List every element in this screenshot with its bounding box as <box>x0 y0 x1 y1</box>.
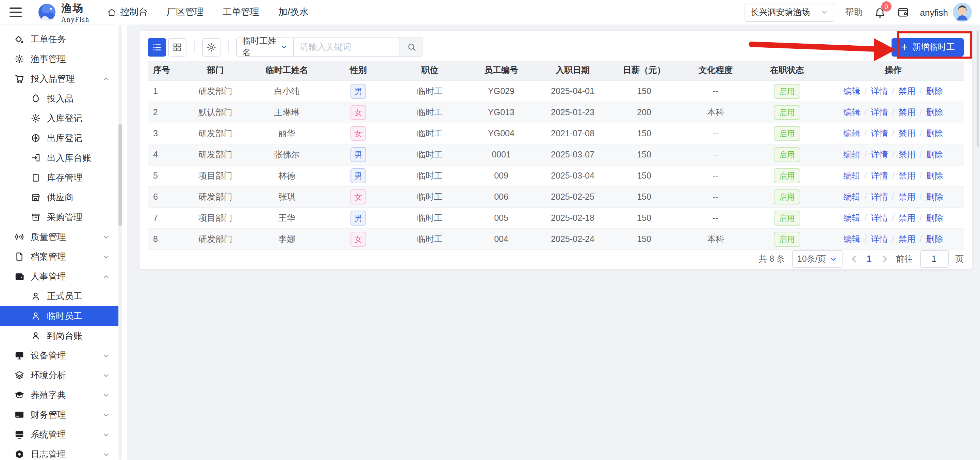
add-temp-worker-button[interactable]: 新增临时工 <box>891 38 964 56</box>
search-button[interactable] <box>400 37 423 57</box>
sidebar-item-input-goods[interactable]: 投入品 <box>0 89 118 109</box>
nav-item-workorder-mgmt[interactable]: 工单管理 <box>223 6 259 18</box>
user-menu[interactable]: anyfish <box>920 3 972 22</box>
hamburger-menu-icon[interactable] <box>10 8 22 17</box>
page-scrollbar[interactable] <box>977 31 979 147</box>
action-disable-link[interactable]: 禁用 <box>898 213 915 222</box>
cell-actions: 编辑/详情/禁用/删除 <box>823 228 964 250</box>
action-edit-link[interactable]: 编辑 <box>843 171 861 180</box>
sidebar-item-outbound-register[interactable]: 出库登记 <box>0 128 118 148</box>
action-edit-link[interactable]: 编辑 <box>843 192 861 201</box>
sidebar-item-finance-mgmt[interactable]: 财务管理 <box>0 405 118 425</box>
nav-item-water-change[interactable]: 加/换水 <box>278 6 309 18</box>
action-delete-link[interactable]: 删除 <box>926 107 943 117</box>
action-delete-link[interactable]: 删除 <box>926 213 943 222</box>
sidebar-item-breeding-dict[interactable]: 养殖字典 <box>0 385 118 405</box>
action-edit-link[interactable]: 编辑 <box>843 128 861 138</box>
sidebar-item-work-order-task[interactable]: 工单任务 <box>0 29 118 49</box>
action-disable-link[interactable]: 禁用 <box>898 234 915 244</box>
sidebar-item-inventory-mgmt[interactable]: 库存管理 <box>0 168 118 187</box>
column-settings-button[interactable] <box>202 38 221 56</box>
cell-position: 临时工 <box>394 208 466 228</box>
nav-item-factory-mgmt[interactable]: 厂区管理 <box>167 6 204 18</box>
next-page-button[interactable] <box>880 254 889 264</box>
action-edit-link[interactable]: 编辑 <box>843 234 861 244</box>
grid-view-button[interactable] <box>168 38 186 56</box>
cell-gender: 女 <box>323 228 394 250</box>
action-delete-link[interactable]: 删除 <box>926 192 943 201</box>
action-detail-link[interactable]: 详情 <box>871 192 888 201</box>
sidebar-item-log-mgmt[interactable]: 日志管理 <box>0 444 118 460</box>
list-view-button[interactable] <box>148 38 166 56</box>
action-delete-link[interactable]: 删除 <box>926 234 943 244</box>
action-disable-link[interactable]: 禁用 <box>898 107 915 117</box>
cell-actions: 编辑/详情/禁用/删除 <box>823 208 964 228</box>
action-detail-link[interactable]: 详情 <box>871 150 888 159</box>
current-page[interactable]: 1 <box>865 254 873 264</box>
action-delete-link[interactable]: 删除 <box>926 171 943 180</box>
filter-field-select[interactable]: 临时工姓名 <box>236 37 294 57</box>
action-delete-link[interactable]: 删除 <box>926 128 943 138</box>
sidebar-item-archive-mgmt[interactable]: 档案管理 <box>0 247 118 267</box>
page-size-select[interactable]: 10条/页 <box>792 250 842 268</box>
gender-tag: 女 <box>350 232 366 247</box>
sidebar-scrollbar[interactable] <box>118 124 122 226</box>
action-disable-link[interactable]: 禁用 <box>898 128 915 138</box>
brand-title: 渔场 <box>61 2 89 14</box>
sidebar-item-fishery-mgmt[interactable]: 渔事管理 <box>0 49 118 69</box>
farm-selector[interactable]: 长兴泗安塘渔场 <box>745 3 834 22</box>
sidebar: 工单任务渔事管理投入品管理投入品入库登记出库登记出入库台账库存管理供应商采购管理… <box>0 25 127 460</box>
help-link[interactable]: 帮助 <box>845 6 863 18</box>
username: anyfish <box>920 7 948 18</box>
action-detail-link[interactable]: 详情 <box>871 86 888 96</box>
action-edit-link[interactable]: 编辑 <box>843 213 861 222</box>
cell-worker-name: 李娜 <box>251 228 323 250</box>
sidebar-item-label: 养殖字典 <box>30 389 66 401</box>
nav-item-console[interactable]: 控制台 <box>107 6 148 18</box>
action-separator: / <box>865 150 867 159</box>
sidebar-item-label: 采购管理 <box>47 211 82 223</box>
cell-department: 研发部门 <box>180 228 251 250</box>
goto-page-input[interactable] <box>920 250 948 268</box>
sidebar-item-hr-mgmt[interactable]: 人事管理 <box>0 267 118 286</box>
action-detail-link[interactable]: 详情 <box>871 234 888 244</box>
brand-logo[interactable]: 渔场 AnyFish <box>37 2 89 23</box>
column-header: 文化程度 <box>680 61 751 81</box>
action-delete-link[interactable]: 删除 <box>926 150 943 159</box>
action-edit-link[interactable]: 编辑 <box>843 86 861 96</box>
sidebar-item-inbound-register[interactable]: 入库登记 <box>0 109 118 128</box>
notifications-button[interactable]: 0 <box>874 6 886 18</box>
action-delete-link[interactable]: 删除 <box>926 86 943 96</box>
sidebar-item-inout-ledger[interactable]: 出入库台账 <box>0 148 118 168</box>
sidebar-item-label: 质量管理 <box>30 231 66 243</box>
sidebar-item-label: 环境分析 <box>30 369 66 381</box>
action-disable-link[interactable]: 禁用 <box>898 150 915 159</box>
user-icon <box>30 311 41 321</box>
workbench-panel-icon[interactable] <box>897 6 909 18</box>
sidebar-item-quality-mgmt[interactable]: 质量管理 <box>0 227 118 247</box>
cell-daily-wage: 150 <box>608 208 680 228</box>
sidebar-item-supplier[interactable]: 供应商 <box>0 187 118 207</box>
action-detail-link[interactable]: 详情 <box>871 213 888 222</box>
keyword-input[interactable] <box>294 37 400 57</box>
action-detail-link[interactable]: 详情 <box>871 128 888 138</box>
sidebar-item-input-goods-mgmt[interactable]: 投入品管理 <box>0 69 118 89</box>
sidebar-item-purchase-mgmt[interactable]: 采购管理 <box>0 207 118 227</box>
cell-worker-name: 张佛尔 <box>251 144 323 165</box>
sidebar-item-device-mgmt[interactable]: 设备管理 <box>0 345 118 365</box>
action-disable-link[interactable]: 禁用 <box>898 171 915 180</box>
action-edit-link[interactable]: 编辑 <box>843 107 861 117</box>
action-disable-link[interactable]: 禁用 <box>898 86 915 96</box>
action-detail-link[interactable]: 详情 <box>871 171 888 180</box>
sidebar-item-regular-staff[interactable]: 正式员工 <box>0 286 118 306</box>
sidebar-item-system-mgmt[interactable]: 系统管理 <box>0 425 118 444</box>
action-disable-link[interactable]: 禁用 <box>898 192 915 201</box>
sidebar-item-label: 设备管理 <box>30 349 66 361</box>
action-detail-link[interactable]: 详情 <box>871 107 888 117</box>
action-edit-link[interactable]: 编辑 <box>843 150 861 159</box>
cell-hire-date: 2025-02-24 <box>537 228 608 250</box>
prev-page-button[interactable] <box>849 254 859 264</box>
sidebar-item-temp-staff[interactable]: 临时员工 <box>0 306 118 326</box>
sidebar-item-env-analysis[interactable]: 环境分析 <box>0 365 118 385</box>
sidebar-item-arrival-ledger[interactable]: 到岗台账 <box>0 326 118 345</box>
